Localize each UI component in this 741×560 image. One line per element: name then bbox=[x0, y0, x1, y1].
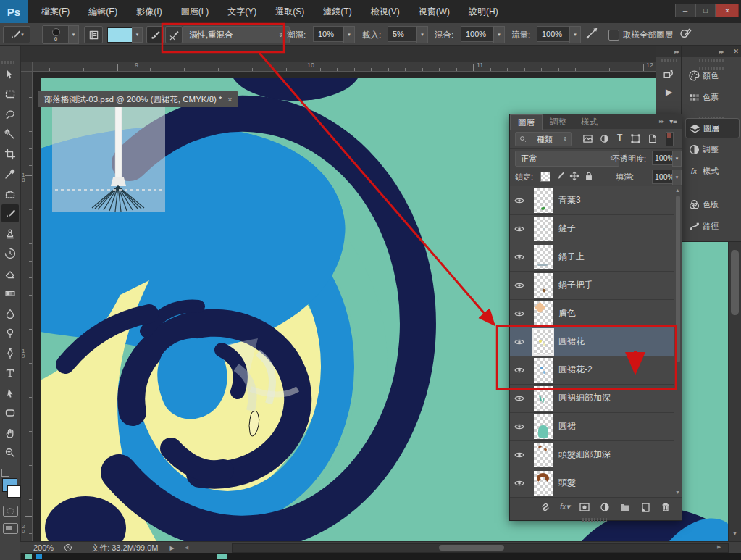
menu-item[interactable]: 檔案(F) bbox=[32, 6, 79, 18]
layer-thumbnail[interactable] bbox=[534, 217, 553, 241]
dock-button-layers[interactable]: 圖層 bbox=[685, 118, 740, 138]
filter-toggle-switch[interactable] bbox=[666, 132, 674, 146]
layer-list-scroll-up-icon[interactable]: ▲ bbox=[675, 188, 680, 193]
scroll-left-icon[interactable]: ◀ bbox=[185, 545, 188, 551]
filter-type-layers-icon[interactable]: T bbox=[617, 133, 622, 143]
panel-menu-icon[interactable]: ▾≡ bbox=[669, 117, 677, 129]
brush-preset-picker[interactable]: 6 bbox=[42, 25, 70, 44]
flow-caret[interactable]: ▾ bbox=[569, 26, 581, 43]
brush-picker-caret[interactable]: ▾ bbox=[68, 25, 79, 44]
layer-visibility-toggle[interactable] bbox=[510, 327, 529, 356]
shape-tool[interactable] bbox=[1, 404, 19, 422]
add-mask-icon[interactable] bbox=[579, 501, 590, 513]
restore-button[interactable]: □ bbox=[695, 4, 716, 17]
background-color-swatch[interactable] bbox=[7, 485, 21, 498]
layer-visibility-toggle[interactable] bbox=[510, 440, 529, 469]
layer-row[interactable]: 鍋子上 bbox=[510, 243, 674, 272]
layer-thumbnail[interactable] bbox=[534, 386, 553, 411]
load-caret[interactable]: ▾ bbox=[416, 26, 428, 43]
zoom-level[interactable]: 200% bbox=[33, 543, 54, 552]
layer-row[interactable]: 圓裙 bbox=[510, 412, 674, 441]
path-select-tool[interactable] bbox=[1, 384, 19, 402]
layer-visibility-toggle[interactable] bbox=[510, 299, 529, 327]
toggle-brush-panel-button[interactable] bbox=[84, 26, 103, 43]
layer-row[interactable]: 圓裙花-2 bbox=[510, 356, 674, 385]
layer-thumbnail[interactable] bbox=[534, 358, 553, 383]
menu-item[interactable]: 檢視(V) bbox=[361, 6, 409, 18]
delete-layer-icon[interactable] bbox=[660, 501, 671, 513]
menu-item[interactable]: 文字(Y) bbox=[218, 6, 266, 18]
eyedropper-tool[interactable] bbox=[1, 164, 19, 183]
menu-item[interactable]: 圖層(L) bbox=[172, 6, 219, 18]
layer-row[interactable]: 頭髮 bbox=[510, 469, 674, 497]
crop-tool[interactable] bbox=[1, 145, 19, 163]
dodge-tool[interactable] bbox=[1, 324, 19, 342]
dock-button-styles[interactable]: fx 樣式 bbox=[685, 162, 738, 180]
mixer-brush-tool[interactable] bbox=[1, 204, 19, 222]
dock-button-paths[interactable]: 路徑 bbox=[685, 217, 738, 235]
panel-collapse-icon[interactable]: ▸▸ bbox=[659, 118, 663, 129]
scroll-right-icon[interactable]: ▶ bbox=[717, 544, 721, 550]
pen-tool[interactable] bbox=[1, 344, 19, 362]
layer-visibility-toggle[interactable] bbox=[510, 384, 529, 412]
layer-thumbnail[interactable] bbox=[534, 414, 553, 439]
layer-visibility-toggle[interactable] bbox=[510, 243, 529, 271]
layer-thumbnail[interactable] bbox=[534, 471, 553, 496]
clean-brush-toggle[interactable] bbox=[165, 26, 183, 43]
clone-stamp-tool[interactable] bbox=[1, 225, 19, 243]
mini-dock-collapse-icon[interactable]: ▸▸ bbox=[674, 49, 679, 55]
history-panel-button[interactable] bbox=[656, 64, 682, 83]
flow-value[interactable]: 100% bbox=[537, 26, 574, 42]
layer-list-scroll-down-icon[interactable]: ▼ bbox=[675, 490, 680, 495]
document-tab-close-icon[interactable]: × bbox=[228, 96, 233, 104]
airbrush-toggle[interactable] bbox=[585, 27, 598, 43]
link-layers-icon[interactable] bbox=[540, 501, 551, 513]
eraser-tool[interactable] bbox=[1, 264, 19, 283]
new-group-icon[interactable] bbox=[619, 501, 631, 513]
layer-style-icon[interactable]: fx▾ bbox=[560, 502, 570, 511]
dock-button-channels[interactable]: 色版 bbox=[685, 195, 738, 214]
quick-mask-button[interactable] bbox=[3, 506, 18, 517]
wet-caret[interactable]: ▾ bbox=[343, 26, 355, 43]
layer-list-scrollbar-thumb[interactable] bbox=[676, 196, 680, 362]
current-color-swatch[interactable] bbox=[107, 27, 133, 43]
layer-row[interactable]: 鏟子 bbox=[510, 214, 674, 243]
layer-thumbnail[interactable] bbox=[534, 301, 553, 326]
new-adjustment-layer-icon[interactable] bbox=[599, 501, 611, 513]
wet-mix-preset-dropdown[interactable]: 濕性,重混合⇕ bbox=[183, 26, 290, 43]
tab-adjustments[interactable]: 調整 bbox=[543, 114, 574, 129]
layer-row[interactable]: 圓裙花 bbox=[510, 327, 674, 356]
magic-wand-tool[interactable] bbox=[1, 125, 19, 143]
color-swatch-caret[interactable]: ▾ bbox=[132, 27, 143, 43]
load-brush-toggle[interactable] bbox=[146, 26, 164, 43]
mix-caret[interactable]: ▾ bbox=[493, 26, 505, 43]
hand-tool[interactable] bbox=[1, 424, 19, 442]
filter-adjustment-layers-icon[interactable] bbox=[599, 133, 610, 144]
layer-thumbnail[interactable] bbox=[534, 330, 553, 354]
filter-smart-objects-icon[interactable] bbox=[647, 133, 658, 144]
horizontal-scrollbar-thumb[interactable] bbox=[439, 545, 504, 551]
lock-paint-icon[interactable] bbox=[555, 171, 565, 181]
ruler-origin-box[interactable] bbox=[20, 62, 33, 72]
move-tool[interactable] bbox=[1, 65, 19, 83]
dock-button-swatches[interactable]: 色票 bbox=[685, 88, 738, 106]
menu-item[interactable]: 選取(S) bbox=[266, 6, 314, 18]
tab-styles[interactable]: 樣式 bbox=[574, 114, 605, 129]
history-brush-tool[interactable] bbox=[1, 244, 19, 262]
status-flyout-icon[interactable]: ▶ bbox=[169, 545, 174, 551]
layer-visibility-toggle[interactable] bbox=[510, 469, 529, 497]
sample-all-layers-checkbox[interactable] bbox=[608, 30, 619, 41]
dock-close-icon[interactable]: ✕ bbox=[733, 48, 739, 55]
horizontal-scrollbar[interactable] bbox=[232, 543, 729, 553]
lock-transparency-icon[interactable] bbox=[540, 172, 550, 182]
new-layer-icon[interactable] bbox=[640, 501, 651, 513]
lock-all-icon[interactable] bbox=[584, 171, 594, 181]
minimize-button[interactable]: ─ bbox=[675, 4, 695, 17]
layer-row[interactable]: 頭髮細部加深 bbox=[510, 440, 674, 469]
dock-button-color[interactable]: 顏色 bbox=[685, 66, 738, 85]
dock-button-adjustments[interactable]: 調整 bbox=[685, 140, 738, 159]
layer-thumbnail[interactable] bbox=[534, 443, 553, 467]
layer-visibility-toggle[interactable] bbox=[510, 356, 529, 384]
filter-type-dropdown[interactable]: 種類 ⇕ bbox=[515, 132, 572, 146]
layer-visibility-toggle[interactable] bbox=[510, 412, 529, 440]
